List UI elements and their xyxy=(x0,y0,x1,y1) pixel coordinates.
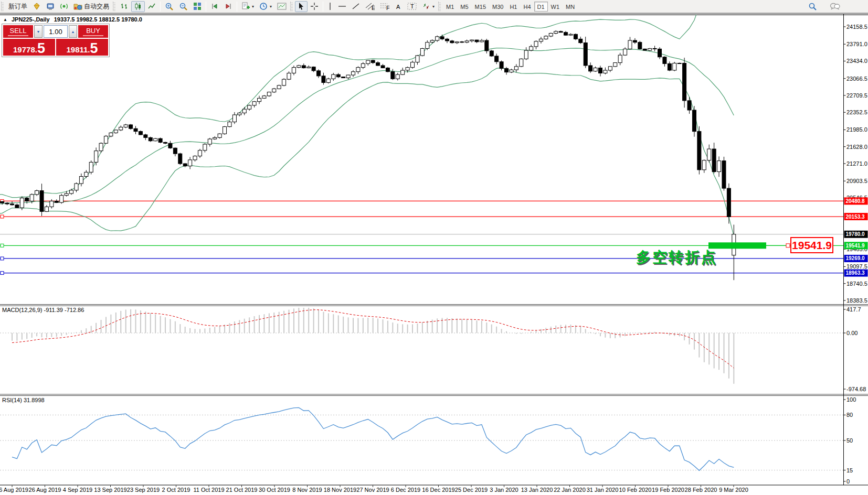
svg-text:25 Dec 2019: 25 Dec 2019 xyxy=(455,487,488,493)
volume-input[interactable]: 1.00 xyxy=(44,25,68,38)
buy-button[interactable]: BUY xyxy=(78,25,108,38)
main-toolbar: 新订单 自动交易 ▾ ▾ xyxy=(0,0,868,13)
svg-text:0.00: 0.00 xyxy=(846,330,858,336)
one-click-trading-panel: SELL ▼ 1.00 ▲ BUY 19778.5 19811.5 xyxy=(2,24,110,57)
tile-windows-button[interactable] xyxy=(190,1,204,12)
signals-icon xyxy=(60,2,68,10)
tf-button-h4[interactable]: H4 xyxy=(520,2,534,12)
text-label-icon: T xyxy=(407,2,417,10)
svg-text:21271.0: 21271.0 xyxy=(846,160,867,167)
new-order-label: 新订单 xyxy=(8,2,27,11)
svg-text:19097.5: 19097.5 xyxy=(846,263,867,270)
buy-price-big-digit: 5 xyxy=(90,41,98,56)
toolbar-grip[interactable] xyxy=(113,2,115,11)
svg-text:8 Nov 2019: 8 Nov 2019 xyxy=(292,487,322,493)
auto-scroll-button[interactable] xyxy=(208,1,221,12)
equidistant-channel-button[interactable]: E xyxy=(363,1,377,12)
arrows-button[interactable]: ▾ xyxy=(419,1,437,12)
text-button[interactable]: A xyxy=(392,1,405,12)
tf-button-mn[interactable]: MN xyxy=(563,2,578,12)
svg-text:10 Feb 2020: 10 Feb 2020 xyxy=(619,487,652,493)
indicators-button[interactable]: ▾ xyxy=(239,1,257,12)
svg-text:26 Aug 2019: 26 Aug 2019 xyxy=(29,487,61,493)
tf-button-h1[interactable]: H1 xyxy=(506,2,520,12)
signals-button[interactable] xyxy=(57,1,71,12)
svg-text:15: 15 xyxy=(846,467,853,474)
buy-price[interactable]: 19811.5 xyxy=(56,39,108,56)
chart-plot[interactable]: 24158.523791.023434.023066.522709.522352… xyxy=(0,0,868,495)
toolbar-grip[interactable] xyxy=(1,2,4,11)
svg-text:19 Feb 2020: 19 Feb 2020 xyxy=(652,487,684,493)
tf-button-m5[interactable]: M5 xyxy=(457,2,471,12)
chat-button[interactable] xyxy=(827,1,843,12)
autotrading-label: 自动交易 xyxy=(84,2,109,11)
tf-button-m15[interactable]: M15 xyxy=(472,2,489,12)
svg-text:-974.68: -974.68 xyxy=(846,386,866,392)
tf-button-m1[interactable]: M1 xyxy=(443,2,457,12)
chart-shift-button[interactable] xyxy=(221,1,235,12)
svg-text:22 Jan 2020: 22 Jan 2020 xyxy=(554,487,586,493)
svg-text:13 Sep 2019: 13 Sep 2019 xyxy=(94,487,126,493)
buy-price-main: 19811. xyxy=(66,45,90,56)
macd-indicator-label: MACD(12,26,9) -911.39 -712.86 xyxy=(2,307,84,313)
candlestick-chart-icon xyxy=(134,2,142,10)
sell-price[interactable]: 19778.5 xyxy=(3,39,55,56)
collapse-panel-icon[interactable]: ▲ xyxy=(3,17,7,22)
fibonacci-button[interactable]: F xyxy=(377,1,392,12)
zoom-out-button[interactable] xyxy=(176,1,190,12)
text-label-button[interactable]: T xyxy=(405,1,419,12)
vertical-line-button[interactable] xyxy=(325,1,335,12)
svg-text:28 Feb 2020: 28 Feb 2020 xyxy=(685,487,717,493)
horizontal-line-button[interactable] xyxy=(335,1,349,12)
svg-text:13 Jan 2020: 13 Jan 2020 xyxy=(521,487,553,493)
line-chart-button[interactable] xyxy=(145,1,158,12)
bar-chart-button[interactable] xyxy=(118,1,131,12)
autotrading-icon xyxy=(73,2,82,10)
svg-text:16 Aug 2019: 16 Aug 2019 xyxy=(0,487,28,493)
toolbar-grip[interactable] xyxy=(438,2,441,11)
cursor-button[interactable] xyxy=(295,1,308,12)
svg-text:31 Jan 2020: 31 Jan 2020 xyxy=(587,487,619,493)
text-icon: A xyxy=(395,2,402,10)
volume-decrease-button[interactable]: ▼ xyxy=(34,25,43,38)
toolbar-grip[interactable] xyxy=(290,2,293,11)
svg-text:0: 0 xyxy=(846,478,850,485)
search-button[interactable] xyxy=(806,1,820,12)
chart-title: ▲ JPN225-,Daily 19337.5 19982.5 18812.5 … xyxy=(3,16,142,23)
zoom-in-button[interactable] xyxy=(162,1,176,12)
templates-button[interactable] xyxy=(274,1,289,12)
svg-text:9 Mar 2020: 9 Mar 2020 xyxy=(719,487,748,493)
sell-button[interactable]: SELL xyxy=(3,25,33,38)
svg-text:18383.5: 18383.5 xyxy=(846,297,867,304)
tf-button-d1[interactable]: D1 xyxy=(534,2,548,12)
svg-text:11 Oct 2019: 11 Oct 2019 xyxy=(193,487,224,493)
tf-button-m30[interactable]: M30 xyxy=(489,2,506,12)
svg-text:80: 80 xyxy=(846,412,853,418)
trendline-button[interactable] xyxy=(349,1,363,12)
svg-text:21628.0: 21628.0 xyxy=(846,144,867,150)
svg-text:20903.5: 20903.5 xyxy=(846,178,867,184)
indicators-caret: ▾ xyxy=(252,4,254,9)
fibonacci-icon: F xyxy=(380,2,389,10)
svg-text:A: A xyxy=(396,4,400,10)
svg-text:100: 100 xyxy=(846,396,856,403)
candlestick-chart-button[interactable] xyxy=(131,1,145,12)
buy-button-label: BUY xyxy=(86,27,100,35)
new-order-button[interactable]: 新订单 xyxy=(6,1,30,12)
vertical-line-icon xyxy=(327,2,333,10)
svg-text:18963.3: 18963.3 xyxy=(846,270,865,276)
price-callout-label[interactable]: 19541.9 xyxy=(790,237,833,253)
svg-text:22709.5: 22709.5 xyxy=(846,92,867,99)
indicators-add-icon xyxy=(241,2,250,10)
periods-caret: ▾ xyxy=(270,4,272,9)
periods-button[interactable]: ▾ xyxy=(257,1,274,12)
svg-text:20480.8: 20480.8 xyxy=(846,198,865,204)
gem-button[interactable] xyxy=(30,1,44,12)
crosshair-button[interactable] xyxy=(308,1,321,12)
gem-icon xyxy=(33,2,41,10)
terminal-button[interactable] xyxy=(44,1,57,12)
date-axis: 16 Aug 201926 Aug 20194 Sep 201913 Sep 2… xyxy=(0,485,748,493)
tf-button-w1[interactable]: W1 xyxy=(548,2,563,12)
autotrading-button[interactable]: 自动交易 xyxy=(71,1,112,12)
volume-increase-button[interactable]: ▲ xyxy=(69,25,77,38)
